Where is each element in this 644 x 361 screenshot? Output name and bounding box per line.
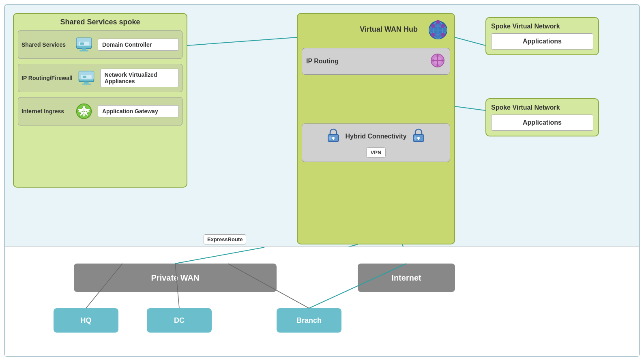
svg-line-69 (175, 247, 264, 264)
internet-ingress-label: Internet Ingress (21, 108, 70, 115)
svg-line-1 (455, 37, 485, 45)
lock-icon-2 (411, 128, 426, 145)
spoke-vnet-1-title: Spoke Virtual Network (491, 23, 593, 30)
svg-line-0 (187, 37, 297, 45)
bottom-area: Private WAN Internet HQ DC Branch (5, 246, 639, 356)
shared-services-row: Shared Services Domain Controller (18, 30, 182, 59)
lock-icon-1 (326, 128, 341, 145)
shared-services-spoke: Shared Services spoke Shared Services Do… (13, 13, 187, 188)
ip-routing-row: IP Routing/Firewall Network Virtualized … (18, 64, 182, 92)
branch-terminal: Branch (277, 308, 341, 333)
dc-terminal: DC (147, 308, 212, 333)
expressroute-label: ExpressRoute (204, 234, 246, 244)
routing-box: IP Routing (302, 48, 450, 75)
internet-label: Internet (391, 273, 421, 283)
internet-ingress-row: Internet Ingress Application Gateway (18, 97, 182, 125)
vwan-hub-area: Virtual WAN Hub IP Routin (297, 13, 455, 244)
routing-label: IP Routing (306, 58, 425, 65)
svg-rect-57 (418, 138, 419, 140)
svg-rect-18 (84, 82, 88, 84)
hq-terminal: HQ (54, 308, 118, 333)
dc-label: DC (174, 316, 185, 325)
svg-rect-13 (79, 50, 88, 52)
svg-rect-51 (333, 138, 334, 140)
main-canvas: Shared Services spoke Shared Services Do… (4, 4, 640, 357)
nva-label: Network Virtualized Appliances (100, 69, 179, 87)
hybrid-connectivity-box: Hybrid Connectivity VPN (302, 123, 450, 162)
hq-label: HQ (81, 316, 92, 325)
svg-rect-12 (82, 48, 86, 50)
vwan-globe-icon (426, 18, 450, 44)
vpn-label: VPN (366, 147, 386, 158)
svg-rect-15 (80, 43, 84, 45)
vwan-title: Virtual WAN Hub (360, 25, 422, 34)
spoke-vnet-2-app: Applications (491, 115, 593, 131)
svg-point-38 (431, 33, 435, 37)
internet-box: Internet (358, 264, 455, 292)
svg-point-40 (436, 20, 440, 24)
svg-line-2 (455, 106, 485, 110)
monitor-icon-1 (74, 35, 94, 54)
branch-label: Branch (296, 316, 322, 325)
svg-rect-19 (82, 84, 91, 85)
spoke-vnet-2: Spoke Virtual Network Applications (485, 98, 599, 136)
svg-point-39 (441, 33, 445, 37)
app-gateway-label: Application Gateway (98, 105, 179, 117)
routing-icon (429, 52, 446, 70)
shared-services-spoke-title: Shared Services spoke (18, 18, 182, 26)
app-gateway-icon (74, 102, 94, 121)
ip-routing-label: IP Routing/Firewall (21, 75, 73, 81)
svg-point-37 (441, 24, 445, 28)
hybrid-label: Hybrid Connectivity (345, 133, 406, 140)
domain-controller-label: Domain Controller (98, 39, 179, 51)
monitor-icon-2 (77, 68, 96, 88)
private-wan-box: Private WAN (74, 264, 277, 292)
private-wan-label: Private WAN (151, 273, 200, 283)
shared-services-label: Shared Services (21, 41, 70, 48)
spoke-vnet-2-title: Spoke Virtual Network (491, 104, 593, 111)
spoke-vnet-1: Spoke Virtual Network Applications (485, 17, 599, 55)
spoke-vnet-1-app: Applications (491, 33, 593, 50)
svg-rect-21 (83, 76, 86, 78)
svg-point-36 (431, 24, 435, 28)
